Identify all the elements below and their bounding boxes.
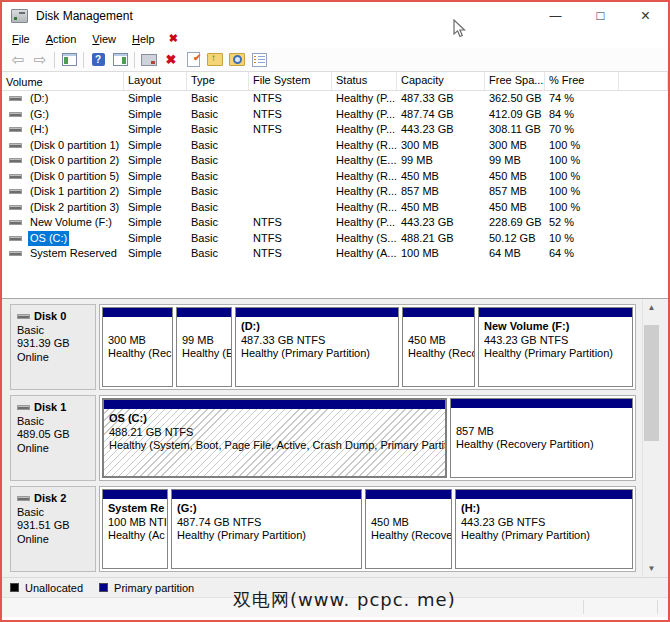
drive-icon — [9, 251, 22, 256]
menu-file[interactable]: File — [4, 31, 38, 47]
disk2-partition-system-reserved[interactable]: System Re100 MB NTIHealthy (Ac — [102, 489, 168, 569]
volume-row-disk0-p5[interactable]: (Disk 0 partition 5) Simple Basic Health… — [2, 169, 668, 185]
close-button[interactable]: × — [623, 2, 668, 29]
volume-row-system-reserved[interactable]: System Reserved Simple Basic NTFS Health… — [2, 246, 668, 262]
drive-icon — [9, 189, 22, 194]
volume-row-d[interactable]: (D:) Simple Basic NTFS Healthy (P... 487… — [2, 91, 668, 107]
disk1-partition-recovery[interactable]: 857 MBHealthy (Recovery Partition) — [450, 398, 633, 478]
volume-row-c-selected[interactable]: OS (C:) Simple Basic NTFS Healthy (S... … — [2, 231, 668, 247]
drive-icon — [9, 220, 22, 225]
red-x-icon: ✖ — [169, 32, 178, 45]
disk2-partition-h[interactable]: (H:)443.23 GB NTFSHealthy (Primary Parti… — [455, 489, 633, 569]
vertical-scrollbar[interactable]: ▲ ▼ — [642, 299, 660, 577]
volume-row-f[interactable]: New Volume (F:) Simple Basic NTFS Health… — [2, 215, 668, 231]
statusbar-separator — [583, 600, 584, 614]
column-header-status[interactable]: Status — [332, 72, 397, 90]
disk0-partition-strip: 300 MBHealthy (Rec 99 MBHealthy (E (D:)4… — [99, 304, 636, 390]
check-document-icon: ✔ — [187, 52, 200, 67]
volume-list-header: Volume Layout Type File System Status Ca… — [2, 72, 668, 91]
volume-row-disk0-p1[interactable]: (Disk 0 partition 1) Simple Basic Health… — [2, 138, 668, 154]
disk0-partition-recovery2[interactable]: 450 MBHealthy (Reco — [402, 307, 475, 387]
partition-color-bar — [103, 308, 172, 317]
menu-help[interactable]: Help — [124, 31, 163, 47]
volume-row-disk1-p2[interactable]: (Disk 1 partition 2) Simple Basic Health… — [2, 184, 668, 200]
disk-management-window: Disk Management — □ × File Action View H… — [0, 0, 670, 622]
scroll-down-icon[interactable]: ▼ — [643, 560, 660, 577]
partition-color-bar — [177, 308, 231, 317]
toolbar-separator — [134, 52, 135, 68]
forward-icon[interactable]: ⇨ — [34, 52, 47, 67]
volume-row-h[interactable]: (H:) Simple Basic NTFS Healthy (P... 443… — [2, 122, 668, 138]
column-header-filler — [619, 72, 668, 90]
menu-bar: File Action View Help ✖ — [2, 29, 668, 48]
title-bar: Disk Management — □ × — [2, 2, 668, 29]
volume-row-g[interactable]: (G:) Simple Basic NTFS Healthy (P... 487… — [2, 107, 668, 123]
column-header-type[interactable]: Type — [187, 72, 249, 90]
rescan-disks-button[interactable] — [138, 50, 160, 69]
disk2-header[interactable]: Disk 2 Basic 931.51 GB Online — [10, 486, 96, 572]
minimize-button[interactable]: — — [533, 2, 578, 29]
partition-color-bar — [172, 490, 361, 499]
disk0-partition-d[interactable]: (D:)487.33 GB NTFSHealthy (Primary Parti… — [235, 307, 399, 387]
mouse-cursor — [453, 19, 467, 39]
show-console-tree-button[interactable] — [58, 50, 80, 69]
volume-list-pane: Volume Layout Type File System Status Ca… — [2, 72, 668, 299]
partition-color-bar — [103, 490, 167, 499]
volume-row-disk0-p2[interactable]: (Disk 0 partition 2) Simple Basic Health… — [2, 153, 668, 169]
partition-color-bar — [456, 490, 632, 499]
statusbar-separator — [657, 600, 658, 614]
folder-search-icon — [229, 53, 245, 66]
drive-icon — [9, 127, 22, 132]
console-tree-icon — [62, 53, 77, 66]
column-header-file-system[interactable]: File System — [249, 72, 332, 90]
help-button[interactable]: ? — [87, 50, 109, 69]
explore-button[interactable] — [226, 50, 248, 69]
window-title: Disk Management — [36, 9, 133, 23]
disk2-partition-g[interactable]: (G:)487.74 GB NTFSHealthy (Primary Parti… — [171, 489, 362, 569]
menu-action[interactable]: Action — [38, 31, 85, 47]
disk1-header[interactable]: Disk 1 Basic 489.05 GB Online — [10, 395, 96, 481]
volume-row-disk2-p3[interactable]: (Disk 2 partition 3) Simple Basic Health… — [2, 200, 668, 216]
column-header-capacity[interactable]: Capacity — [397, 72, 485, 90]
partition-color-bar — [104, 400, 445, 409]
action-pane-icon — [113, 53, 128, 66]
scrollbar-thumb[interactable] — [644, 325, 659, 441]
disk0-row: Disk 0 Basic 931.39 GB Online 300 MBHeal… — [10, 304, 668, 390]
view-options-button[interactable] — [248, 50, 270, 69]
toolbar-separator — [83, 52, 84, 68]
disk1-partition-c-selected[interactable]: OS (C:)488.21 GB NTFSHealthy (System, Bo… — [102, 398, 447, 478]
drive-icon — [9, 96, 22, 101]
disk0-partition-recovery[interactable]: 300 MBHealthy (Rec — [102, 307, 173, 387]
partition-color-bar — [366, 490, 451, 499]
disk0-partition-efi[interactable]: 99 MBHealthy (E — [176, 307, 232, 387]
menu-view[interactable]: View — [84, 31, 124, 47]
disk1-row: Disk 1 Basic 489.05 GB Online OS (C:)488… — [10, 395, 668, 481]
disk2-partition-strip: System Re100 MB NTIHealthy (Ac (G:)487.7… — [99, 486, 636, 572]
delete-button[interactable]: ✖ — [160, 50, 182, 69]
column-header-free-space[interactable]: Free Spa... — [485, 72, 545, 90]
folder-up-icon: ↑ — [207, 53, 223, 66]
column-header-pct-free[interactable]: % Free — [545, 72, 619, 90]
rescan-disks-icon — [141, 54, 157, 66]
properties-button[interactable]: ✔ — [182, 50, 204, 69]
open-button[interactable]: ↑ — [204, 50, 226, 69]
maximize-button[interactable]: □ — [578, 2, 623, 29]
column-header-volume[interactable]: Volume — [2, 72, 124, 90]
disk0-partition-f[interactable]: New Volume (F:)443.23 GB NTFSHealthy (Pr… — [478, 307, 633, 387]
show-action-pane-button[interactable] — [109, 50, 131, 69]
drive-icon — [9, 205, 22, 210]
disk2-partition-recovery[interactable]: 450 MBHealthy (Recove — [365, 489, 452, 569]
disk-icon — [17, 314, 30, 319]
disk0-header[interactable]: Disk 0 Basic 931.39 GB Online — [10, 304, 96, 390]
help-icon: ? — [92, 53, 105, 66]
disk-graph-pane: Disk 0 Basic 931.39 GB Online 300 MBHeal… — [2, 299, 668, 577]
unallocated-swatch — [10, 583, 19, 592]
column-header-layout[interactable]: Layout — [124, 72, 187, 90]
primary-partition-swatch — [99, 583, 108, 592]
scroll-up-icon[interactable]: ▲ — [643, 299, 660, 316]
toolbar: ⇦ ⇨ ? ✖ ✔ ↑ — [2, 48, 668, 72]
back-icon[interactable]: ⇦ — [12, 52, 25, 67]
delete-icon: ✖ — [166, 53, 177, 66]
disk-management-app-icon — [11, 9, 28, 23]
partition-color-bar — [236, 308, 398, 317]
